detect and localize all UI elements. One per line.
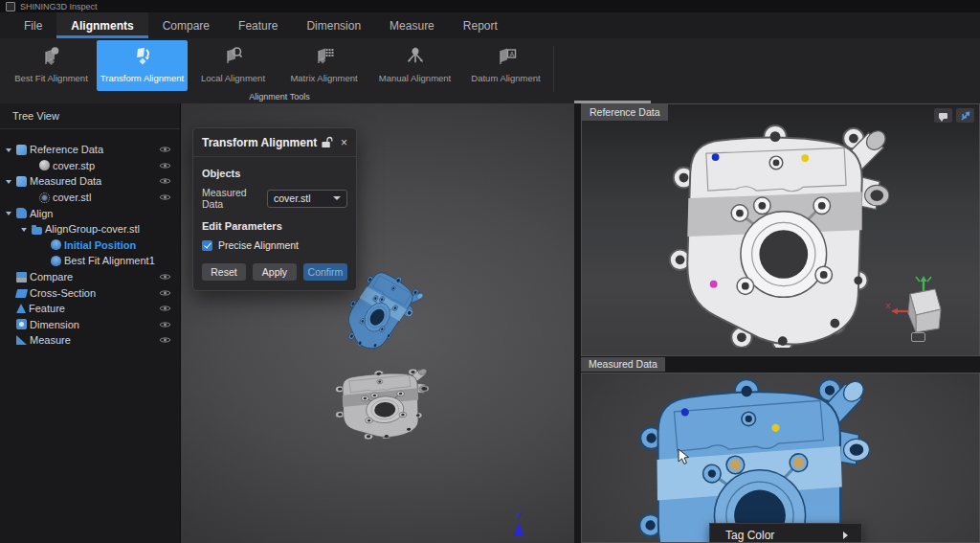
menu-measure[interactable]: Measure: [375, 12, 449, 38]
tree-item-initial-position[interactable]: Initial Position: [0, 238, 180, 254]
tree-item-dimension[interactable]: Dimension: [0, 317, 180, 333]
local-alignment-button[interactable]: Local Alignment: [188, 40, 278, 91]
matrix-alignment-icon: [314, 40, 335, 70]
best-fit-alignment-icon: [41, 40, 62, 70]
visibility-eye-icon[interactable]: [159, 193, 171, 201]
measured-data-label: Measured Data: [581, 357, 665, 372]
close-icon[interactable]: ×: [341, 137, 347, 148]
measured-data-dropdown[interactable]: cover.stl: [267, 190, 347, 208]
tag-dot-magenta: [710, 281, 718, 288]
unlock-icon[interactable]: [321, 136, 333, 148]
dialog-title-bar[interactable]: Transform Alignment ×: [193, 128, 356, 157]
tree-item-align[interactable]: Align: [0, 205, 180, 221]
tag-dot-yellow: [801, 154, 809, 162]
tag-dot-blue: [712, 153, 720, 161]
feature-icon: [16, 304, 26, 313]
tree-item-measured-data[interactable]: Measured Data: [0, 173, 180, 190]
reference-model[interactable]: [661, 124, 889, 348]
swap-view-button[interactable]: [956, 108, 974, 123]
tree-item-reference-data[interactable]: Reference Data: [0, 142, 180, 158]
right-viewport-panel: Reference Data: [574, 103, 980, 543]
window-title: SHINING3D Inspect: [20, 2, 98, 11]
folder-icon: [32, 227, 42, 235]
measured-model[interactable]: [626, 373, 876, 543]
toolbar-separator: [553, 46, 554, 92]
menu-report[interactable]: Report: [449, 12, 512, 38]
position-icon: [51, 239, 61, 250]
reference-data-label: Reference Data: [582, 104, 668, 121]
tool-label: Datum Alignment: [471, 73, 540, 83]
context-menu-item-tag-color[interactable]: Tag Color: [710, 524, 861, 543]
apply-button[interactable]: Apply: [253, 263, 297, 281]
menu-alignments[interactable]: Alignments: [56, 12, 147, 38]
measured-data-label: Measured Data: [202, 187, 267, 210]
menu-bar: File Alignments Compare Feature Dimensio…: [0, 12, 980, 38]
datum-alignment-button[interactable]: A Datum Alignment: [460, 40, 551, 91]
annotation-button[interactable]: [934, 108, 952, 123]
measured-data-viewport[interactable]: Tag Color: [581, 373, 980, 543]
menu-feature[interactable]: Feature: [224, 12, 292, 38]
align-icon: [16, 208, 27, 218]
chevron-down-icon: [333, 196, 341, 200]
visibility-eye-icon[interactable]: [159, 336, 171, 344]
svg-text:X: X: [885, 302, 891, 310]
svg-text:A: A: [509, 51, 514, 57]
manual-alignment-icon: [405, 40, 426, 70]
tree-item-cross-section[interactable]: Cross-Section: [0, 284, 180, 301]
tool-label: Transform Alignment: [100, 73, 184, 83]
cross-section-icon: [15, 289, 28, 298]
best-fit-alignment-button[interactable]: Best Fit Alignment: [6, 40, 97, 91]
reference-data-viewport[interactable]: Reference Data: [581, 103, 980, 356]
app-icon: [6, 2, 15, 11]
transform-alignment-button[interactable]: Transform Alignment: [97, 40, 188, 91]
tree-view-panel: Tree View Reference Data cover.stp Measu…: [0, 103, 181, 543]
reference-model-mini[interactable]: [330, 367, 433, 442]
main-3d-viewport[interactable]: Transform Alignment × Objects Measured D…: [181, 103, 574, 543]
document-icon: [16, 145, 27, 155]
tree-item-feature[interactable]: Feature: [0, 301, 180, 317]
expand-arrow-icon[interactable]: [5, 209, 13, 217]
compare-icon: [16, 272, 27, 283]
navigation-cube[interactable]: X: [885, 275, 952, 340]
visibility-eye-icon[interactable]: [159, 289, 171, 297]
visibility-eye-icon[interactable]: [159, 321, 171, 328]
z-axis-indicator: z: [514, 510, 523, 535]
tree-item-best-fit-alignment1[interactable]: Best Fit Alignment1: [0, 253, 180, 269]
view-lock-icon[interactable]: [911, 332, 925, 342]
document-icon: [16, 176, 27, 187]
alignment-toolbar: Best Fit Alignment Transform Alignment L…: [0, 38, 980, 104]
visibility-eye-icon[interactable]: [159, 273, 171, 281]
measure-icon: [16, 335, 27, 345]
objects-section-label: Objects: [202, 168, 347, 179]
confirm-button[interactable]: Confirm: [303, 263, 347, 281]
menu-file[interactable]: File: [10, 12, 56, 38]
visibility-eye-icon[interactable]: [159, 162, 171, 170]
app-window: SHINING3D Inspect File Alignments Compar…: [0, 0, 980, 543]
matrix-alignment-button[interactable]: Matrix Alignment: [278, 40, 369, 91]
swap-arrows-icon: [960, 110, 971, 121]
tool-label: Best Fit Alignment: [14, 73, 88, 83]
submenu-arrow-icon: [843, 532, 848, 539]
menu-dimension[interactable]: Dimension: [292, 12, 375, 38]
expand-arrow-icon[interactable]: [20, 225, 29, 234]
expand-arrow-icon[interactable]: [5, 146, 13, 154]
tool-label: Local Alignment: [201, 73, 265, 83]
visibility-eye-icon[interactable]: [159, 177, 171, 185]
reset-button[interactable]: Reset: [202, 263, 246, 281]
tree-item-cover-stp[interactable]: cover.stp: [0, 158, 180, 174]
visibility-eye-icon[interactable]: [159, 146, 171, 153]
mouse-cursor: [678, 448, 690, 465]
cad-model-icon: [39, 160, 50, 170]
visibility-eye-icon[interactable]: [159, 305, 171, 312]
precise-alignment-checkbox[interactable]: [202, 240, 212, 251]
tree-item-compare[interactable]: Compare: [0, 269, 180, 285]
manual-alignment-button[interactable]: Manual Alignment: [369, 40, 460, 91]
tree-item-aligngroup[interactable]: AlignGroup-cover.stl: [0, 221, 180, 238]
expand-arrow-icon[interactable]: [5, 177, 13, 186]
tree-item-cover-stl[interactable]: cover.stl: [0, 190, 180, 206]
context-menu: Tag Color: [709, 523, 862, 543]
transform-alignment-icon: [132, 40, 153, 70]
datum-alignment-icon: A: [496, 40, 517, 70]
tree-item-measure[interactable]: Measure: [0, 332, 180, 349]
menu-compare[interactable]: Compare: [148, 12, 224, 38]
